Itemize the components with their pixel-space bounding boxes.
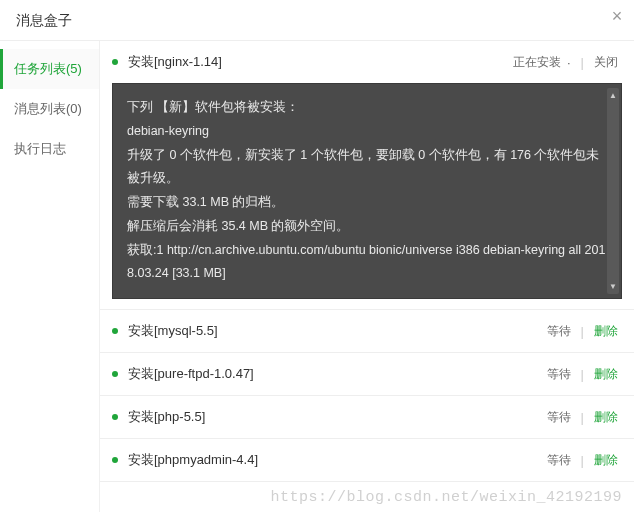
delete-task-link[interactable]: 删除 [594,452,618,469]
status-dot-icon [112,328,118,334]
modal-title: 消息盒子 [16,12,72,28]
main-panel: 安装[nginx-1.14] 正在安装 · | 关闭 下列 【新】软件包将被安装… [100,41,634,512]
console-line: 下列 【新】软件包将被安装： [127,96,607,120]
console-line: 升级了 0 个软件包，新安装了 1 个软件包，要卸载 0 个软件包，有 176 … [127,144,607,192]
scrollbar[interactable] [607,88,619,294]
sidebar-item-label: 任务列表(5) [14,61,82,76]
status-dot-icon [112,371,118,377]
task-row: 安装[pure-ftpd-1.0.47] 等待 | 删除 [100,353,634,396]
console-output: 下列 【新】软件包将被安装： debian-keyring 升级了 0 个软件包… [112,83,622,299]
separator: | [577,367,588,382]
task-title: 安装[phpmyadmin-4.4] [128,451,547,469]
task-status: 等待 [547,323,571,340]
task-status: 正在安装 [513,54,561,71]
status-dot-icon [112,457,118,463]
status-dot-icon [112,59,118,65]
task-head: 安装[phpmyadmin-4.4] 等待 | 删除 [100,439,634,481]
console-line: 解压缩后会消耗 35.4 MB 的额外空间。 [127,215,607,239]
console-line: debian-keyring [127,120,607,144]
task-row: 安装[php-5.5] 等待 | 删除 [100,396,634,439]
sidebar-item-label: 执行日志 [14,141,66,156]
sidebar-item-label: 消息列表(0) [14,101,82,116]
delete-task-link[interactable]: 删除 [594,366,618,383]
task-head: 安装[mysql-5.5] 等待 | 删除 [100,310,634,352]
separator: | [577,55,588,70]
delete-task-link[interactable]: 删除 [594,323,618,340]
ellipsis-icon: · [567,55,571,70]
sidebar-tab-tasks[interactable]: 任务列表(5) [0,49,99,89]
task-head: 安装[nginx-1.14] 正在安装 · | 关闭 [100,41,634,83]
separator: | [577,410,588,425]
console-line: 需要下载 33.1 MB 的归档。 [127,191,607,215]
task-status: 等待 [547,366,571,383]
separator: | [577,324,588,339]
task-status: 等待 [547,452,571,469]
close-task-link[interactable]: 关闭 [594,54,618,71]
task-row: 安装[mysql-5.5] 等待 | 删除 [100,310,634,353]
sidebar-tab-logs[interactable]: 执行日志 [0,129,99,169]
delete-task-link[interactable]: 删除 [594,409,618,426]
task-row: 安装[phpmyadmin-4.4] 等待 | 删除 [100,439,634,482]
sidebar-tab-messages[interactable]: 消息列表(0) [0,89,99,129]
separator: | [577,453,588,468]
task-head: 安装[php-5.5] 等待 | 删除 [100,396,634,438]
console-line: 获取:1 http://cn.archive.ubuntu.com/ubuntu… [127,239,607,287]
task-row: 安装[nginx-1.14] 正在安装 · | 关闭 下列 【新】软件包将被安装… [100,41,634,310]
task-title: 安装[pure-ftpd-1.0.47] [128,365,547,383]
task-head: 安装[pure-ftpd-1.0.47] 等待 | 删除 [100,353,634,395]
sidebar: 任务列表(5) 消息列表(0) 执行日志 [0,41,100,512]
modal-header: 消息盒子 × [0,0,634,41]
task-status: 等待 [547,409,571,426]
close-icon[interactable]: × [608,8,626,26]
task-title: 安装[nginx-1.14] [128,53,513,71]
task-title: 安装[mysql-5.5] [128,322,547,340]
status-dot-icon [112,414,118,420]
task-title: 安装[php-5.5] [128,408,547,426]
